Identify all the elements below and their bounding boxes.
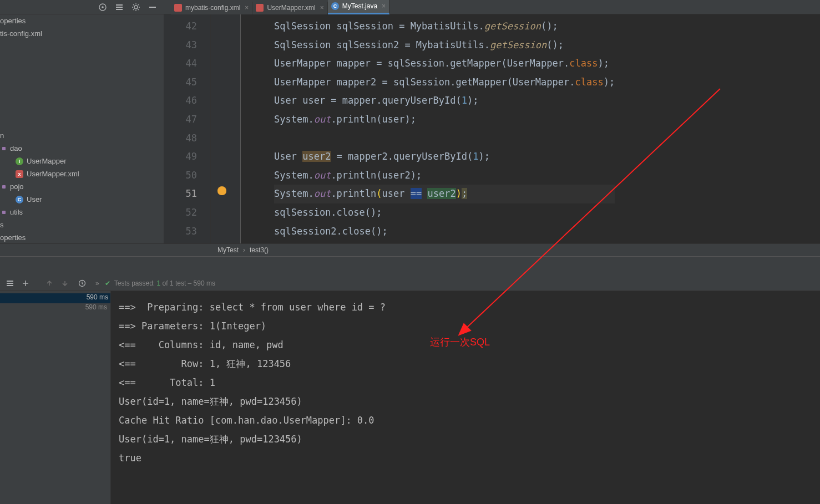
up-icon[interactable] bbox=[43, 277, 55, 289]
tree-node[interactable] bbox=[0, 78, 164, 91]
tree-node[interactable] bbox=[0, 53, 164, 65]
tab-mytest-java[interactable]: C MyTest.java × bbox=[328, 0, 389, 14]
close-icon[interactable]: × bbox=[245, 4, 249, 12]
code-line[interactable] bbox=[274, 129, 615, 148]
console-output[interactable]: ==> Preparing: select * from user where … bbox=[111, 291, 820, 504]
line-number[interactable]: 48 bbox=[164, 129, 197, 148]
breadcrumb[interactable]: MyTest › test3() bbox=[0, 243, 820, 256]
code-line[interactable]: System.out.println(user == user2); bbox=[274, 185, 615, 203]
tree-node[interactable]: pojo bbox=[0, 180, 164, 193]
line-number[interactable]: 45 bbox=[164, 73, 197, 92]
breadcrumb-item[interactable]: test3() bbox=[250, 246, 269, 254]
tab-label: MyTest.java bbox=[342, 2, 377, 10]
console-line: ==> Preparing: select * from user where … bbox=[119, 298, 820, 317]
tree-node[interactable] bbox=[0, 116, 164, 129]
intention-bulb-icon[interactable] bbox=[217, 186, 226, 195]
tree-node[interactable]: s bbox=[0, 218, 164, 231]
project-tree[interactable]: opertiestis-config.xmlndaoIUserMapperxUs… bbox=[0, 14, 164, 243]
line-number[interactable]: 46 bbox=[164, 91, 197, 110]
svg-rect-13 bbox=[7, 285, 13, 286]
panel-drag-handle[interactable] bbox=[0, 257, 820, 276]
line-number[interactable]: 50 bbox=[164, 166, 197, 185]
tree-node-label: User bbox=[27, 195, 42, 203]
main-area: opertiestis-config.xmlndaoIUserMapperxUs… bbox=[0, 14, 820, 243]
line-number[interactable]: 44 bbox=[164, 54, 197, 73]
structure-icon[interactable] bbox=[113, 1, 125, 13]
tree-node[interactable]: utils bbox=[0, 206, 164, 218]
breadcrumb-item[interactable]: MyTest bbox=[217, 246, 239, 254]
line-number[interactable]: 51 bbox=[164, 185, 197, 203]
tree-node-label: n bbox=[0, 131, 4, 140]
target-icon[interactable] bbox=[97, 1, 109, 13]
code-line[interactable]: UserMapper mapper = sqlSession.getMapper… bbox=[274, 54, 615, 73]
code-line[interactable]: sqlSession2.close(); bbox=[274, 222, 615, 241]
svg-rect-3 bbox=[116, 7, 123, 8]
toggle-tree-icon[interactable] bbox=[4, 277, 16, 289]
tree-node[interactable]: IUserMapper bbox=[0, 155, 164, 167]
code-line[interactable]: SqlSession sqlSession2 = MybatisUtils.ge… bbox=[274, 36, 615, 55]
tree-node[interactable] bbox=[0, 91, 164, 104]
line-number[interactable]: 49 bbox=[164, 147, 197, 166]
code-editor[interactable]: 424344454647484950515253 SqlSession sqlS… bbox=[164, 14, 820, 243]
gutter-icons bbox=[211, 14, 241, 243]
tree-node[interactable]: n bbox=[0, 129, 164, 142]
tree-node[interactable] bbox=[0, 104, 164, 116]
run-panel: » ✔ Tests passed: 1 of 1 test – 590 ms 5… bbox=[0, 256, 820, 504]
close-icon[interactable]: × bbox=[382, 2, 386, 10]
code-line[interactable]: User user = mapper.queryUserById(1); bbox=[274, 91, 615, 110]
tab-label: UserMapper.xml bbox=[267, 4, 315, 12]
tree-node[interactable]: CUser bbox=[0, 193, 164, 206]
class-icon: C bbox=[16, 196, 23, 203]
tab-usermapper-xml[interactable]: UserMapper.xml × bbox=[252, 2, 327, 14]
code-line[interactable]: System.out.println(user2); bbox=[274, 166, 615, 185]
svg-rect-4 bbox=[116, 9, 123, 10]
code-line[interactable]: System.out.println(user); bbox=[274, 110, 615, 129]
tree-node[interactable]: tis-config.xml bbox=[0, 27, 164, 40]
tree-node-label: dao bbox=[10, 144, 22, 152]
editor-tabs: mybatis-config.xml × UserMapper.xml × C … bbox=[171, 0, 389, 14]
tree-node-label: tis-config.xml bbox=[0, 29, 42, 38]
console-line: <== Total: 1 bbox=[119, 373, 820, 392]
code-line[interactable]: sqlSession.close(); bbox=[274, 203, 615, 222]
package-icon bbox=[2, 211, 6, 214]
line-number[interactable]: 53 bbox=[164, 222, 197, 241]
history-icon[interactable] bbox=[76, 277, 88, 289]
tree-node-label: UserMapper.xml bbox=[27, 170, 79, 178]
tree-node[interactable]: operties bbox=[0, 14, 164, 27]
chevron-right-icon: › bbox=[243, 246, 245, 254]
test-tree[interactable]: 590 ms 590 ms bbox=[0, 291, 111, 504]
collapse-icon[interactable] bbox=[146, 1, 159, 13]
xml-file-icon bbox=[174, 4, 182, 12]
package-icon bbox=[2, 147, 6, 150]
tab-mybatis-config[interactable]: mybatis-config.xml × bbox=[171, 2, 252, 14]
svg-rect-12 bbox=[7, 283, 13, 284]
code-line[interactable]: User user2 = mapper2.queryUserById(1); bbox=[274, 147, 615, 166]
code-line[interactable]: UserMapper mapper2 = sqlSession.getMappe… bbox=[274, 73, 615, 92]
line-number[interactable]: 47 bbox=[164, 110, 197, 129]
tab-label: mybatis-config.xml bbox=[185, 4, 240, 12]
console-line: User(id=1, name=狂神, pwd=123456) bbox=[119, 430, 820, 449]
down-icon[interactable] bbox=[59, 277, 71, 289]
package-icon bbox=[2, 185, 6, 189]
console-line: ==> Parameters: 1(Integer) bbox=[119, 317, 820, 335]
tree-node[interactable]: xUserMapper.xml bbox=[0, 167, 164, 180]
tree-node-label: s bbox=[0, 221, 4, 229]
java-class-icon: C bbox=[331, 2, 339, 10]
line-number[interactable]: 42 bbox=[164, 17, 197, 36]
code-area[interactable]: SqlSession sqlSession = MybatisUtils.get… bbox=[241, 14, 615, 243]
svg-rect-2 bbox=[116, 4, 123, 6]
line-number[interactable]: 52 bbox=[164, 203, 197, 222]
code-line[interactable]: SqlSession sqlSession = MybatisUtils.get… bbox=[274, 17, 615, 36]
line-number[interactable]: 43 bbox=[164, 36, 197, 55]
tree-node[interactable]: dao bbox=[0, 142, 164, 155]
expand-all-icon[interactable] bbox=[19, 277, 32, 289]
tree-node[interactable] bbox=[0, 40, 164, 53]
svg-rect-11 bbox=[7, 281, 13, 282]
settings-icon[interactable] bbox=[130, 1, 142, 13]
tree-node[interactable]: operties bbox=[0, 231, 164, 243]
console-line: Cache Hit Ratio [com.han.dao.UserMapper]… bbox=[119, 411, 820, 430]
panel-body: 590 ms 590 ms ==> Preparing: select * fr… bbox=[0, 291, 820, 504]
test-duration[interactable]: 590 ms bbox=[0, 293, 110, 303]
tree-node[interactable] bbox=[0, 65, 164, 78]
close-icon[interactable]: × bbox=[320, 4, 324, 12]
